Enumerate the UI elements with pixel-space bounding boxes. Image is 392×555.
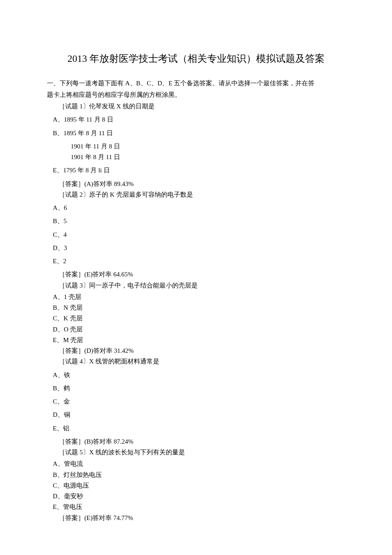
q5-option-a: A、管电流	[47, 459, 345, 469]
q4-option-a: A、铁	[47, 370, 345, 380]
q5-option-d: D、毫安秒	[47, 491, 345, 501]
q3-option-d: D、O 壳层	[47, 325, 345, 334]
q4-option-c: C、金	[47, 397, 345, 407]
q3-prompt: ［试题 3〕同一原子中，电子结合能最小的壳层是	[47, 281, 345, 291]
q4-option-b: B、鹤	[47, 384, 345, 393]
q5-prompt: ［试题 5〕X 线的波长长短与下列有关的量是	[47, 447, 345, 457]
q2-option-d: D、3	[47, 243, 345, 253]
q4-option-d: D、铜	[47, 410, 345, 420]
q2-option-c: C、4	[47, 230, 345, 240]
q5-option-b: B、灯丝加热电压	[47, 470, 345, 480]
q5-option-c: C、电源电压	[47, 481, 345, 491]
q4-answer: ［答案］(B)答对率 87.24%	[47, 437, 345, 447]
q2-option-b: B、5	[47, 216, 345, 226]
q3-option-c: C、K 壳层	[47, 314, 345, 323]
q2-option-a: A、6	[47, 203, 345, 213]
q4-option-e: E、铝	[47, 424, 345, 433]
q4-prompt: ［试题 4〕X 线管的靶面材料通常是	[47, 357, 345, 366]
q1-option-d: 1901 年 8 月 11 日	[47, 152, 345, 162]
q1-option-a: A、1895 年 11 月 8 日	[47, 115, 345, 125]
q1-option-b: B、1895 年 8 月 11 日	[47, 128, 345, 138]
q3-option-e: E、M 壳层	[47, 335, 345, 345]
q1-option-c: 1901 年 11 月 8 日	[47, 142, 345, 151]
q3-option-a: A、1 壳层	[47, 292, 345, 302]
section-instructions-line2: 题卡上将相应题号的相应字母所属的方框涂黑。	[47, 90, 345, 100]
q1-answer: ［答案］(A)答对率 89.43%	[47, 179, 345, 189]
q3-answer: ［答案］(D)答对率 31.42%	[47, 346, 345, 356]
q2-answer: ［答案］(E)答对率 64.65%	[47, 270, 345, 279]
q3-option-b: B、N 壳层	[47, 303, 345, 313]
q1-prompt: ［试题 1〕伦琴发现 X 线的日期是	[47, 102, 345, 111]
q2-prompt: ［试题 2〕原子的 K 壳层最多可容纳的电子数是	[47, 190, 345, 200]
q2-option-e: E、2	[47, 256, 345, 266]
q5-answer: ［答案］(E)答对率 74.77%	[47, 513, 345, 523]
page-title: 2013 年放射医学技士考试（相关专业知识）模拟试题及答案	[47, 51, 345, 67]
q5-option-e: E、管电压	[47, 502, 345, 512]
section-instructions-line1: 一、下列每一道考题下面有 A、B、C、D、E 五个备选答案。请从中选择一个最佳答…	[47, 78, 345, 88]
q1-option-e: E、1795 年 8 月 li 日	[47, 166, 345, 175]
